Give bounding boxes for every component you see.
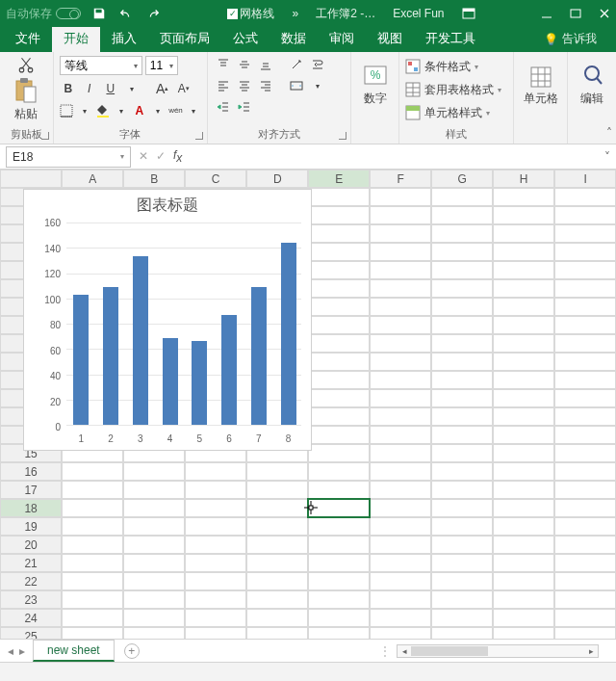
cell[interactable] <box>185 590 246 609</box>
select-all-corner[interactable] <box>0 170 62 188</box>
cell[interactable] <box>370 499 431 517</box>
cell[interactable] <box>308 462 370 481</box>
cell[interactable] <box>431 224 493 243</box>
cell[interactable] <box>493 462 554 481</box>
cell[interactable] <box>493 371 554 389</box>
chevron-down-icon[interactable]: ▾ <box>114 102 128 119</box>
cell[interactable] <box>493 499 554 517</box>
cell[interactable] <box>493 188 554 206</box>
cell[interactable] <box>246 517 308 536</box>
cell[interactable] <box>308 243 370 261</box>
cell[interactable] <box>554 517 616 536</box>
cell[interactable] <box>62 572 123 590</box>
cell[interactable] <box>493 426 554 444</box>
align-bottom-icon[interactable] <box>256 56 275 73</box>
cell[interactable] <box>370 279 431 298</box>
cell[interactable] <box>554 224 616 243</box>
phonetic-guide-icon[interactable]: wén <box>168 102 183 119</box>
tab-file[interactable]: 文件 <box>4 25 52 52</box>
cell[interactable] <box>370 572 431 590</box>
cell[interactable] <box>370 334 431 353</box>
cell[interactable] <box>370 316 431 334</box>
cell[interactable] <box>308 206 370 224</box>
column-header[interactable]: I <box>554 170 616 188</box>
cell[interactable] <box>308 279 370 298</box>
save-icon[interactable] <box>90 5 108 22</box>
column-header[interactable]: C <box>185 170 246 188</box>
cell[interactable] <box>554 554 616 572</box>
cell[interactable] <box>246 609 308 627</box>
cell[interactable] <box>554 609 616 627</box>
cell[interactable] <box>431 371 493 389</box>
row-header[interactable]: 24 <box>0 609 62 627</box>
cell[interactable] <box>370 407 431 426</box>
cell[interactable] <box>431 279 493 298</box>
cancel-formula-icon[interactable]: ✕ <box>139 149 148 163</box>
cell[interactable] <box>431 334 493 353</box>
cell[interactable] <box>308 481 370 499</box>
column-header[interactable]: E <box>308 170 370 188</box>
cell-styles-button[interactable]: 单元格样式▾ <box>405 102 507 123</box>
cell[interactable] <box>62 481 123 499</box>
bold-button[interactable]: B <box>60 80 77 97</box>
cell[interactable] <box>431 426 493 444</box>
italic-button[interactable]: I <box>81 80 98 97</box>
cell[interactable] <box>62 517 123 536</box>
cell[interactable] <box>493 243 554 261</box>
ribbon-display-icon[interactable] <box>462 8 475 19</box>
collapse-ribbon-icon[interactable]: ˄ <box>606 126 612 140</box>
column-header[interactable]: B <box>123 170 185 188</box>
horizontal-scrollbar[interactable]: ◂ ▸ <box>397 644 599 658</box>
cell[interactable] <box>554 371 616 389</box>
insert-function-icon[interactable]: fx <box>173 148 182 165</box>
cell[interactable] <box>554 572 616 590</box>
column-header[interactable]: G <box>431 170 493 188</box>
align-left-icon[interactable] <box>214 77 233 94</box>
cell[interactable] <box>308 499 370 517</box>
cell[interactable] <box>308 188 370 206</box>
cell[interactable] <box>308 371 370 389</box>
cell[interactable] <box>431 572 493 590</box>
row-header[interactable]: 22 <box>0 572 62 590</box>
cell[interactable] <box>246 536 308 554</box>
cell[interactable] <box>370 517 431 536</box>
cell[interactable] <box>493 353 554 371</box>
cell[interactable] <box>370 188 431 206</box>
cell[interactable] <box>493 407 554 426</box>
column-header[interactable]: A <box>62 170 123 188</box>
cell[interactable] <box>123 499 185 517</box>
underline-button[interactable]: U <box>102 80 119 97</box>
cell[interactable] <box>431 389 493 407</box>
cell[interactable] <box>554 279 616 298</box>
cell[interactable] <box>123 536 185 554</box>
cell[interactable] <box>431 481 493 499</box>
cell[interactable] <box>554 243 616 261</box>
dialog-launcher-icon[interactable] <box>195 132 203 140</box>
cell[interactable] <box>554 499 616 517</box>
tab-data[interactable]: 数据 <box>270 25 318 52</box>
fill-color-icon[interactable] <box>96 102 111 119</box>
cell[interactable] <box>123 554 185 572</box>
cell[interactable] <box>493 609 554 627</box>
wrap-text-icon[interactable] <box>308 56 327 73</box>
undo-icon[interactable] <box>117 5 135 22</box>
cell[interactable] <box>554 298 616 316</box>
sheet-tab[interactable]: new sheet <box>33 640 115 662</box>
tab-developer[interactable]: 开发工具 <box>414 25 487 52</box>
cell[interactable] <box>246 462 308 481</box>
cell[interactable] <box>431 353 493 371</box>
align-right-icon[interactable] <box>256 77 275 94</box>
tab-formulas[interactable]: 公式 <box>221 25 270 52</box>
cell[interactable] <box>431 206 493 224</box>
cell[interactable] <box>370 206 431 224</box>
cell[interactable] <box>431 298 493 316</box>
sheet-nav-prev-icon[interactable]: ◂ <box>8 644 13 658</box>
enter-formula-icon[interactable]: ✓ <box>156 149 166 163</box>
cell[interactable] <box>554 444 616 462</box>
cell[interactable] <box>123 481 185 499</box>
tab-split-handle-icon[interactable]: ⋮ <box>379 644 391 658</box>
cell[interactable] <box>246 572 308 590</box>
cell[interactable] <box>62 462 123 481</box>
cell[interactable] <box>370 554 431 572</box>
cell[interactable] <box>554 188 616 206</box>
